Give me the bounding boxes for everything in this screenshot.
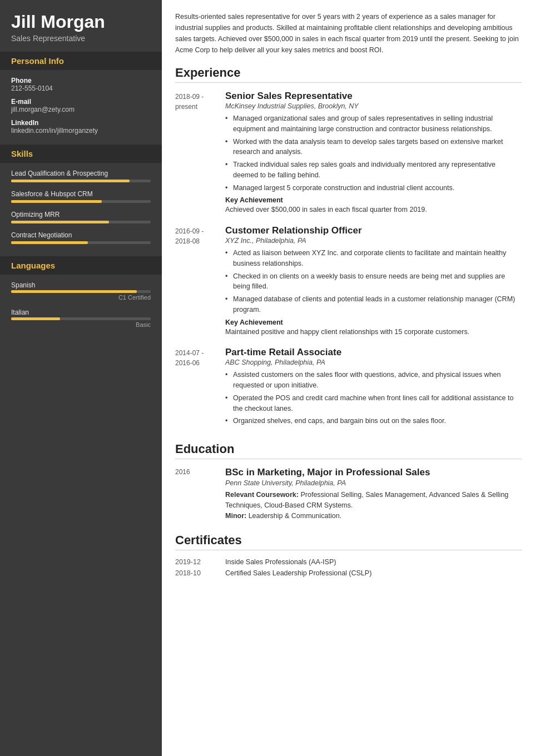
cert-date-1: 2018-10	[175, 569, 225, 577]
job-date-2: 2014-07 -2016-06	[175, 347, 225, 430]
edu-degree-0: BSc in Marketing, Major in Professional …	[225, 467, 522, 478]
main-content: Results-oriented sales representative fo…	[162, 0, 535, 756]
lang-level-0: C1 Certified	[11, 294, 151, 301]
job-date-1: 2016-09 -2018-08	[175, 225, 225, 337]
job-title-1: Customer Relationship Officer	[225, 225, 522, 236]
skill-bar-fill-0	[11, 180, 130, 182]
skill-bar-fill-1	[11, 200, 102, 203]
minor-text: Leadership & Communication.	[249, 512, 341, 520]
skill-name-2: Optimizing MRR	[11, 211, 151, 218]
job-company-1: XYZ Inc., Philadelphia, PA	[225, 237, 522, 245]
edu-minor-0: Minor: Leadership & Communication.	[225, 511, 522, 521]
lang-item-1: Italian Basic	[11, 309, 151, 328]
skill-bar-bg-1	[11, 200, 151, 203]
lang-name-0: Spanish	[11, 281, 151, 289]
skill-name-3: Contract Negotiation	[11, 231, 151, 239]
lang-bar-fill-1	[11, 317, 60, 320]
skill-name-1: Salesforce & Hubspot CRM	[11, 190, 151, 198]
personal-info-section: Personal Info Phone 212-555-0104 E-mail …	[0, 52, 162, 145]
sidebar: Jill Morgan Sales Representative Persona…	[0, 0, 162, 756]
education-section: Education 2016 BSc in Marketing, Major i…	[175, 442, 522, 521]
linkedin-item: LinkedIn linkedin.com/in/jillmorganzety	[11, 119, 151, 135]
edu-body-0: BSc in Marketing, Major in Professional …	[225, 467, 522, 521]
lang-bar-bg-1	[11, 317, 151, 320]
bullet-1-2: Managed database of clients and potentia…	[225, 294, 522, 315]
job-row-1: 2016-09 -2018-08 Customer Relationship O…	[175, 225, 522, 337]
bullet-1-0: Acted as liaison between XYZ Inc. and co…	[225, 248, 522, 269]
phone-item: Phone 212-555-0104	[11, 77, 151, 92]
skill-item-1: Salesforce & Hubspot CRM	[11, 190, 151, 203]
job-row-0: 2018-09 -present Senior Sales Representa…	[175, 91, 522, 215]
bullet-2-1: Operated the POS and credit card machine…	[225, 393, 522, 414]
certificates-section: Certificates 2019-12 Inside Sales Profes…	[175, 533, 522, 577]
bullet-0-3: Managed largest 5 corporate construction…	[225, 183, 522, 193]
edu-coursework-0: Relevant Coursework: Professional Sellin…	[225, 490, 522, 511]
sidebar-header: Jill Morgan Sales Representative	[0, 0, 162, 52]
job-company-0: McKinsey Industrial Supplies, Brooklyn, …	[225, 102, 522, 110]
skills-title: Skills	[0, 145, 162, 163]
email-value: jill.morgan@zety.com	[11, 106, 151, 113]
email-label: E-mail	[11, 98, 151, 106]
lang-name-1: Italian	[11, 309, 151, 316]
certificates-title: Certificates	[175, 533, 522, 550]
skill-item-2: Optimizing MRR	[11, 211, 151, 223]
job-bullets-0: Managed organizational sales and group o…	[225, 113, 522, 193]
bullet-0-2: Tracked individual sales rep sales goals…	[225, 160, 522, 181]
experience-title: Experience	[175, 66, 522, 83]
skill-item-3: Contract Negotiation	[11, 231, 151, 244]
skills-content: Lead Qualification & Prospecting Salesfo…	[0, 163, 162, 256]
job-body-2: Part-time Retail Associate ABC Shopping,…	[225, 347, 522, 430]
lang-item-0: Spanish C1 Certified	[11, 281, 151, 301]
lang-bar-fill-0	[11, 290, 137, 293]
key-achievement-label-1: Key Achievement	[225, 319, 522, 326]
skill-name-0: Lead Qualification & Prospecting	[11, 170, 151, 177]
job-row-2: 2014-07 -2016-06 Part-time Retail Associ…	[175, 347, 522, 430]
cert-row-0: 2019-12 Inside Sales Professionals (AA-I…	[175, 558, 522, 566]
email-item: E-mail jill.morgan@zety.com	[11, 98, 151, 113]
edu-row-0: 2016 BSc in Marketing, Major in Professi…	[175, 467, 522, 521]
bullet-2-0: Assisted customers on the sales floor wi…	[225, 370, 522, 391]
bullet-1-1: Checked in on clients on a weekly basis …	[225, 271, 522, 292]
candidate-title: Sales Representative	[11, 34, 151, 43]
experience-section: Experience 2018-09 -present Senior Sales…	[175, 66, 522, 430]
key-achievement-text-1: Maintained positive and happy client rel…	[225, 327, 522, 337]
summary-text: Results-oriented sales representative fo…	[175, 11, 522, 56]
skill-bar-bg-2	[11, 221, 151, 223]
bullet-2-2: Organized shelves, end caps, and bargain…	[225, 416, 522, 426]
languages-section: Languages Spanish C1 Certified Italian B…	[0, 256, 162, 340]
skill-item-0: Lead Qualification & Prospecting	[11, 170, 151, 182]
coursework-label: Relevant Coursework:	[225, 491, 299, 499]
languages-title: Languages	[0, 256, 162, 275]
cert-date-0: 2019-12	[175, 558, 225, 566]
lang-bar-bg-0	[11, 290, 151, 293]
phone-label: Phone	[11, 77, 151, 84]
cert-name-1: Certified Sales Leadership Professional …	[225, 569, 371, 577]
job-body-0: Senior Sales Representative McKinsey Ind…	[225, 91, 522, 215]
linkedin-value: linkedin.com/in/jillmorganzety	[11, 127, 151, 135]
education-title: Education	[175, 442, 522, 459]
edu-school-0: Penn State University, Philadelphia, PA	[225, 479, 522, 487]
edu-date-0: 2016	[175, 467, 225, 521]
job-title-2: Part-time Retail Associate	[225, 347, 522, 358]
phone-value: 212-555-0104	[11, 84, 151, 92]
job-title-0: Senior Sales Representative	[225, 91, 522, 102]
job-body-1: Customer Relationship Officer XYZ Inc., …	[225, 225, 522, 337]
languages-content: Spanish C1 Certified Italian Basic	[0, 275, 162, 340]
lang-level-1: Basic	[11, 321, 151, 328]
minor-label: Minor:	[225, 512, 246, 520]
key-achievement-label-0: Key Achievement	[225, 196, 522, 204]
skill-bar-bg-0	[11, 180, 151, 182]
skill-bar-bg-3	[11, 241, 151, 244]
cert-name-0: Inside Sales Professionals (AA-ISP)	[225, 558, 336, 566]
candidate-name: Jill Morgan	[11, 12, 151, 32]
cert-row-1: 2018-10 Certified Sales Leadership Profe…	[175, 569, 522, 577]
job-bullets-1: Acted as liaison between XYZ Inc. and co…	[225, 248, 522, 315]
job-company-2: ABC Shopping, Philadelphia, PA	[225, 359, 522, 366]
key-achievement-text-0: Achieved over $500,000 in sales in each …	[225, 205, 522, 215]
job-date-0: 2018-09 -present	[175, 91, 225, 215]
skill-bar-fill-3	[11, 241, 88, 244]
bullet-0-0: Managed organizational sales and group o…	[225, 113, 522, 135]
job-bullets-2: Assisted customers on the sales floor wi…	[225, 370, 522, 426]
skills-section: Skills Lead Qualification & Prospecting …	[0, 145, 162, 256]
personal-info-content: Phone 212-555-0104 E-mail jill.morgan@ze…	[0, 70, 162, 145]
